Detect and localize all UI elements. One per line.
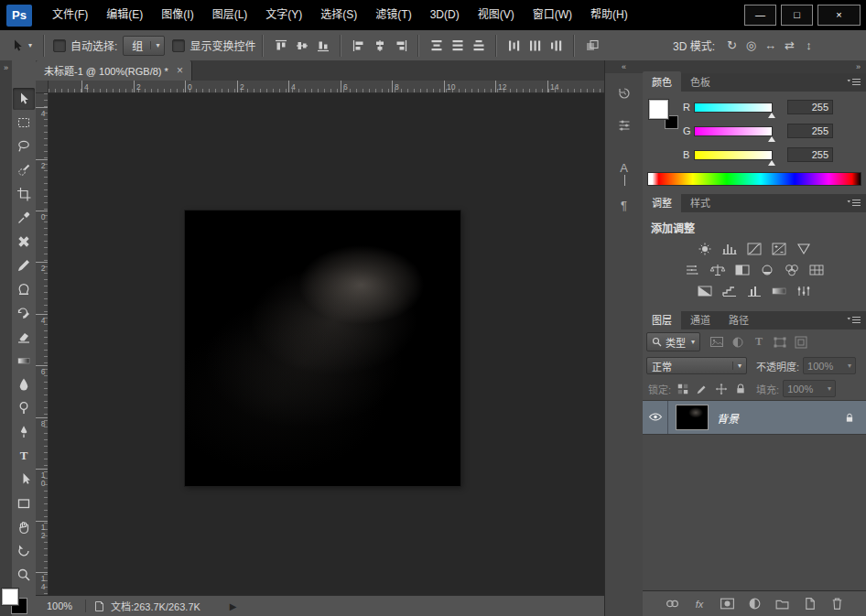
brush-tool[interactable] — [13, 254, 35, 276]
threed-roll-icon[interactable]: ◎ — [742, 38, 761, 52]
menu-help[interactable]: 帮助(H) — [581, 0, 637, 30]
auto-select-target-dropdown[interactable]: 组 ▾ — [123, 36, 165, 56]
minimize-button[interactable]: — — [744, 5, 776, 26]
canvas-viewport[interactable]: 4 2 0 2 4 6 8 10 12 14 4 2 0 2 4 — [36, 81, 604, 595]
tab-paths[interactable]: 路径 — [720, 309, 758, 330]
threed-orbit-icon[interactable]: ↻ — [722, 38, 742, 52]
color-spectrum-ramp[interactable] — [647, 172, 861, 186]
panel-menu-icon[interactable] — [847, 199, 861, 208]
tab-close-icon[interactable]: × — [177, 65, 183, 76]
slider-thumb[interactable] — [768, 160, 775, 166]
delete-layer-icon[interactable] — [828, 596, 845, 612]
shape-layer-filter-icon[interactable] — [771, 334, 789, 351]
layer-row-background[interactable]: 背景 — [643, 401, 866, 435]
tab-adjustments[interactable]: 调整 — [643, 192, 681, 212]
blue-slider[interactable] — [694, 150, 773, 160]
threed-slide-icon[interactable]: ⇄ — [780, 38, 799, 52]
path-selection-tool[interactable] — [13, 469, 35, 491]
menu-image[interactable]: 图像(I) — [152, 0, 202, 30]
align-vertical-centers-icon[interactable] — [291, 35, 312, 56]
rotate-view-tool[interactable] — [13, 540, 35, 562]
vibrance-icon[interactable] — [794, 241, 814, 257]
menu-window[interactable]: 窗口(W) — [524, 0, 581, 30]
move-tool[interactable] — [13, 88, 35, 110]
maximize-button[interactable]: □ — [781, 5, 813, 26]
align-right-edges-icon[interactable] — [390, 35, 411, 56]
history-panel-icon[interactable] — [611, 81, 638, 105]
threed-pan-icon[interactable]: ↔ — [761, 38, 780, 52]
status-options-arrow-icon[interactable]: ▶ — [230, 601, 237, 611]
align-horizontal-centers-icon[interactable] — [369, 35, 390, 56]
posterize-icon[interactable] — [720, 283, 740, 299]
distribute-left-edges-icon[interactable] — [503, 35, 525, 56]
layer-thumbnail[interactable] — [676, 405, 709, 430]
distribute-top-edges-icon[interactable] — [426, 35, 447, 56]
brightness-contrast-icon[interactable] — [695, 241, 715, 257]
smart-object-filter-icon[interactable] — [792, 334, 810, 351]
slider-thumb[interactable] — [768, 113, 775, 118]
zoom-tool[interactable] — [13, 564, 35, 586]
distribute-right-edges-icon[interactable] — [546, 35, 567, 56]
character-panel-icon[interactable]: A — [611, 161, 638, 185]
menu-3d[interactable]: 3D(D) — [421, 0, 469, 30]
align-top-edges-icon[interactable] — [270, 35, 291, 56]
color-balance-icon[interactable] — [708, 262, 728, 278]
menu-edit[interactable]: 编辑(E) — [97, 0, 152, 30]
eyedropper-tool[interactable] — [13, 207, 35, 229]
red-slider[interactable] — [694, 103, 773, 113]
invert-icon[interactable] — [695, 283, 715, 299]
layer-mask-icon[interactable] — [719, 596, 735, 612]
hue-saturation-icon[interactable] — [683, 262, 703, 278]
photo-filter-icon[interactable] — [757, 262, 777, 278]
menu-filter[interactable]: 滤镜(T) — [366, 0, 420, 30]
paragraph-panel-icon[interactable]: ¶ — [611, 193, 638, 217]
hand-tool[interactable] — [13, 516, 35, 538]
quick-selection-tool[interactable] — [13, 159, 35, 181]
menu-type[interactable]: 文字(Y) — [256, 0, 311, 30]
show-transform-checkbox[interactable] — [172, 39, 185, 52]
layer-group-icon[interactable] — [774, 596, 790, 612]
green-slider[interactable] — [694, 126, 773, 136]
rectangle-tool[interactable] — [13, 492, 35, 514]
blur-tool[interactable] — [13, 373, 35, 395]
panel-menu-icon[interactable] — [847, 316, 861, 325]
menu-file[interactable]: 文件(F) — [43, 0, 97, 30]
gradient-map-icon[interactable] — [769, 283, 789, 299]
type-layer-filter-icon[interactable]: T — [750, 334, 768, 351]
layer-style-icon[interactable]: fx — [691, 596, 708, 612]
lock-position-icon[interactable] — [715, 383, 728, 395]
threshold-icon[interactable] — [744, 283, 764, 299]
spot-healing-brush-tool[interactable] — [13, 231, 35, 253]
lasso-tool[interactable] — [13, 135, 35, 157]
properties-panel-icon[interactable] — [611, 113, 638, 137]
zoom-level[interactable]: 100% — [47, 600, 85, 611]
menu-view[interactable]: 视图(V) — [469, 0, 524, 30]
document-tab[interactable]: 未标题-1 @ 100%(RGB/8) * × — [36, 60, 192, 81]
selective-color-icon[interactable] — [794, 283, 814, 299]
eraser-tool[interactable] — [13, 326, 35, 348]
adjustment-layer-icon[interactable] — [746, 596, 763, 612]
slider-thumb[interactable] — [768, 136, 775, 142]
panel-menu-icon[interactable] — [847, 78, 861, 87]
new-layer-icon[interactable] — [801, 596, 817, 612]
black-white-icon[interactable] — [732, 262, 752, 278]
pixel-layer-filter-icon[interactable] — [708, 334, 726, 351]
distribute-vertical-centers-icon[interactable] — [447, 35, 468, 56]
close-button[interactable]: × — [817, 5, 861, 26]
link-layers-icon[interactable] — [664, 596, 680, 612]
tool-preset-picker[interactable]: ▾ — [5, 37, 37, 55]
tab-channels[interactable]: 通道 — [681, 309, 720, 330]
pen-tool[interactable] — [13, 421, 35, 443]
align-bottom-edges-icon[interactable] — [312, 35, 333, 56]
auto-select-checkbox[interactable] — [53, 39, 66, 52]
blend-mode-dropdown[interactable]: 正常 ▾ — [646, 357, 747, 374]
filter-kind-dropdown[interactable]: 类型 ▾ — [646, 332, 700, 351]
red-value-field[interactable]: 255 — [787, 100, 833, 114]
exposure-icon[interactable] — [769, 241, 789, 257]
lock-transparency-icon[interactable] — [677, 383, 689, 395]
lock-all-icon[interactable] — [734, 383, 747, 395]
canvas-image[interactable] — [185, 211, 460, 486]
type-tool[interactable]: T — [13, 445, 35, 467]
crop-tool[interactable] — [13, 183, 35, 205]
green-value-field[interactable]: 255 — [787, 124, 833, 138]
